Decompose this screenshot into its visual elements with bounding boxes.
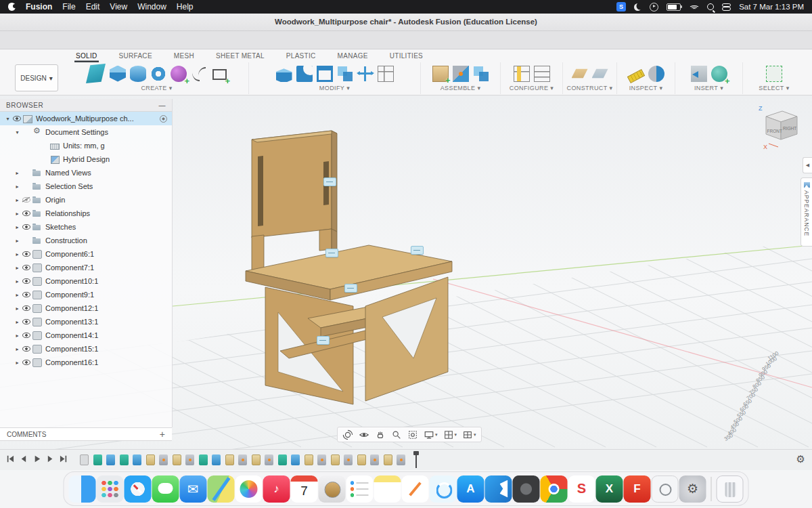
view-cube[interactable]: Z FRONT RIGHT X [755, 102, 804, 156]
visibility-eye-icon[interactable] [21, 303, 32, 313]
component-icon[interactable] [331, 454, 340, 465]
chevron-icon[interactable] [14, 305, 21, 312]
visibility-eye-icon[interactable] [21, 195, 32, 205]
dock-photos-icon[interactable] [235, 475, 263, 503]
dock-safari-icon[interactable] [125, 475, 152, 503]
browser-tree-item[interactable]: Component15:1 [0, 342, 172, 356]
dock-excel-icon[interactable]: X [596, 475, 623, 503]
browser-tree-item[interactable]: Component14:1 [0, 329, 172, 342]
chevron-icon[interactable] [14, 360, 21, 366]
press-pull-icon[interactable] [276, 66, 292, 82]
comments-bar[interactable]: COMMENTS + [0, 427, 172, 441]
wifi-icon[interactable] [689, 3, 699, 11]
browser-tree-item[interactable]: Selection Sets [0, 179, 172, 193]
dock-system-settings-icon[interactable]: ⚙ [679, 475, 706, 503]
sketch-icon[interactable] [278, 454, 287, 465]
skip-to-end-icon[interactable] [60, 454, 68, 463]
joint-icon[interactable] [185, 454, 194, 465]
chevron-icon[interactable] [14, 251, 21, 257]
browser-tree-item[interactable]: Component12:1 [0, 301, 172, 315]
visibility-eye-icon[interactable] [21, 276, 32, 286]
joint-icon[interactable] [370, 454, 379, 465]
dock-appstore-icon[interactable]: A [457, 475, 484, 503]
dock-maps-icon[interactable] [208, 475, 235, 503]
joint-badge[interactable] [411, 246, 424, 255]
coil-icon[interactable] [150, 66, 166, 82]
screen-play-icon[interactable] [650, 3, 658, 12]
construct-menu[interactable]: CONSTRUCT▾ [566, 85, 612, 91]
display-settings-icon[interactable]: ▾ [422, 429, 440, 440]
section-analysis-icon[interactable] [648, 66, 664, 82]
menu-file[interactable]: File [62, 2, 75, 12]
dock-notes-icon[interactable] [374, 475, 401, 503]
joint-badge[interactable] [344, 284, 357, 293]
chevron-icon[interactable] [14, 333, 21, 339]
ribbon-tab-surface[interactable]: SURFACE [118, 52, 154, 62]
select-menu[interactable]: SELECT▾ [759, 85, 789, 91]
menu-bar-clock[interactable]: Sat 7 Mar 1:13 PM [739, 3, 804, 11]
modify-menu[interactable]: MODIFY▾ [319, 85, 350, 91]
rigid-group-icon[interactable] [473, 66, 489, 82]
shell-icon[interactable] [317, 66, 333, 82]
timeline-settings-gear-icon[interactable]: ⚙ [796, 453, 805, 465]
extrude-icon[interactable] [133, 454, 141, 465]
fillet-icon[interactable] [296, 66, 313, 82]
browser-tree-item[interactable]: Document Settings [0, 125, 172, 139]
zoom-icon[interactable] [389, 429, 404, 440]
component-icon[interactable] [225, 454, 234, 465]
viewports-icon[interactable]: ▾ [460, 429, 478, 440]
dock-fusion-icon[interactable] [513, 475, 540, 503]
step-back-icon[interactable] [19, 454, 28, 463]
play-icon[interactable] [32, 454, 41, 463]
viewcube-front-face[interactable]: FRONT [767, 129, 782, 133]
measure-icon[interactable] [627, 69, 644, 83]
browser-tree-item[interactable]: Component7:1 [0, 261, 172, 274]
browser-tree-item[interactable]: Component6:1 [0, 247, 172, 261]
orbit-icon[interactable] [340, 429, 355, 440]
joint-icon[interactable] [453, 66, 469, 82]
visibility-eye-icon[interactable] [21, 249, 32, 259]
app-menu-fusion[interactable]: Fusion [26, 2, 52, 12]
component-icon[interactable] [146, 454, 155, 465]
browser-tree-item[interactable]: Component9:1 [0, 288, 172, 301]
cylinder-icon[interactable] [130, 66, 146, 82]
extrude-icon[interactable] [106, 454, 115, 465]
joint-badge[interactable] [317, 336, 330, 345]
chevron-icon[interactable] [14, 129, 21, 135]
chevron-icon[interactable] [14, 319, 21, 325]
chevron-icon[interactable] [14, 265, 21, 271]
chevron-icon[interactable] [4, 116, 12, 122]
sketch-icon[interactable] [199, 454, 208, 465]
pan-icon[interactable] [373, 429, 388, 440]
joint-icon[interactable] [265, 454, 273, 465]
create-menu[interactable]: CREATE▾ [141, 85, 172, 91]
step-forward-icon[interactable] [46, 454, 55, 463]
chevron-icon[interactable] [14, 184, 21, 190]
add-comment-button[interactable]: + [160, 429, 165, 440]
insert-mesh-icon[interactable] [711, 66, 727, 82]
visibility-eye-icon[interactable] [21, 358, 32, 367]
dock-chrome-icon[interactable] [541, 475, 568, 503]
spline-icon[interactable] [191, 66, 207, 82]
browser-tree-item[interactable]: Units: mm, g [0, 139, 172, 152]
browser-tree-item[interactable]: Construction [0, 234, 172, 247]
joint-badge[interactable] [325, 249, 338, 257]
fit-icon[interactable] [405, 429, 420, 440]
visibility-eye-icon[interactable] [21, 222, 32, 232]
browser-tree-item[interactable]: Component16:1 [0, 356, 172, 369]
visibility-eye-icon[interactable] [12, 114, 22, 123]
browser-tree-item[interactable]: Relationships [0, 207, 172, 220]
window-select-icon[interactable] [766, 66, 782, 82]
grid-settings-icon[interactable]: ▾ [441, 429, 459, 440]
assemble-menu[interactable]: ASSEMBLE▾ [441, 85, 481, 91]
browser-tree-item[interactable]: Sketches [0, 220, 172, 234]
workspace-selector-design[interactable]: DESIGN▾ [15, 64, 58, 91]
create-form-icon[interactable] [171, 66, 187, 82]
change-parameters-icon[interactable] [378, 66, 394, 82]
focus-moon-icon[interactable] [634, 3, 641, 11]
dock-finder-icon[interactable] [69, 475, 96, 503]
component-icon[interactable] [304, 454, 313, 465]
chevron-icon[interactable] [14, 197, 21, 203]
status-s-badge-icon[interactable]: S [616, 2, 626, 12]
appearance-panel-tab[interactable]: APPEARANCE [800, 177, 812, 247]
